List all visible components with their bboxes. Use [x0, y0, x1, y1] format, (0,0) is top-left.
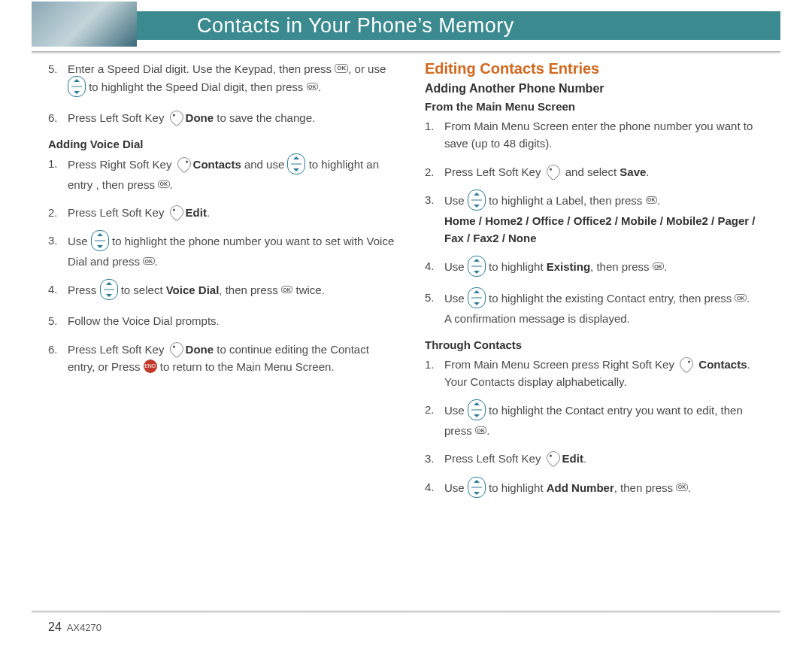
nav-icon: [68, 76, 86, 97]
list-item: Use to highlight a Label, then press OK.…: [425, 191, 773, 247]
list-item: Use to highlight the existing Contact en…: [425, 289, 773, 327]
nav-icon: [468, 256, 486, 277]
right-column: Editing Contacts Entries Adding Another …: [425, 60, 773, 510]
ok-icon: OK: [158, 180, 170, 188]
header-rule: [32, 51, 780, 54]
list-item: Use to highlight Add Number, then press …: [425, 478, 773, 499]
left-softkey-icon: [544, 449, 562, 468]
nav-icon: [468, 190, 486, 211]
left-softkey-icon: [167, 202, 186, 221]
right-softkey-icon: [677, 354, 695, 373]
left-softkey-icon: [544, 162, 562, 180]
header-bar: Contacts in Your Phone’s Memory: [32, 0, 780, 51]
list-item: Press Left Soft Key Edit.: [48, 204, 396, 221]
heading-voice-dial: Adding Voice Dial: [48, 138, 396, 150]
list-item: Use to highlight the Contact entry you w…: [425, 401, 773, 439]
ok-icon: OK: [335, 64, 348, 73]
page-footer: 24 AX4270: [48, 620, 102, 634]
model-label: AX4270: [67, 622, 102, 633]
heading-another: Adding Another Phone Number: [425, 82, 773, 96]
footer-rule: [32, 611, 780, 613]
from-main-steps: From Main Menu Screen enter the phone nu…: [425, 117, 773, 328]
list-item: Follow the Voice Dial prompts.: [48, 312, 396, 329]
left-column: Enter a Speed Dial digit. Use the Keypad…: [48, 60, 396, 510]
left-softkey-icon: [167, 339, 186, 358]
list-item: From Main Menu Screen enter the phone nu…: [425, 117, 773, 153]
nav-icon: [468, 399, 486, 420]
nav-icon: [100, 279, 118, 300]
ok-icon: OK: [281, 286, 293, 293]
ok-icon: OK: [143, 257, 155, 265]
through-contacts-steps: From Main Menu Screen press Right Soft K…: [425, 356, 773, 499]
list-item: Press Left Soft Key Done to save the cha…: [48, 109, 396, 126]
list-item: Enter a Speed Dial digit. Use the Keypad…: [48, 60, 396, 99]
list-item: Press Left Soft Key Edit.: [425, 450, 773, 467]
nav-icon: [468, 287, 486, 308]
heading-through-contacts: Through Contacts: [425, 338, 773, 351]
ok-icon: OK: [653, 262, 665, 270]
page-title: Contacts in Your Phone’s Memory: [137, 11, 780, 40]
nav-icon: [91, 230, 109, 251]
ok-icon: OK: [646, 196, 658, 204]
list-item: Press Left Soft Key Done to continue edi…: [48, 341, 396, 376]
heading-from-main: From the Main Menu Screen: [425, 100, 773, 113]
ok-icon: OK: [735, 294, 747, 302]
voice-dial-steps: Press Right Soft Key Contacts and use to…: [48, 155, 396, 376]
ok-icon: OK: [475, 426, 487, 434]
page-number: 24: [48, 620, 62, 633]
list-item: From Main Menu Screen press Right Soft K…: [425, 356, 773, 391]
list-item: Use to highlight Existing, then press OK…: [425, 257, 773, 278]
heading-editing: Editing Contacts Entries: [425, 60, 773, 77]
right-softkey-icon: [174, 154, 193, 173]
header-photo: [32, 2, 137, 47]
nav-icon: [287, 153, 305, 174]
list-item: Use to highlight the phone number you wa…: [48, 232, 396, 270]
end-key-icon: END: [144, 359, 157, 373]
list-item: Press Right Soft Key Contacts and use to…: [48, 155, 396, 193]
left-softkey-icon: [167, 108, 186, 127]
ok-icon: OK: [307, 83, 319, 90]
list-item: Press Left Soft Key and select Save.: [425, 163, 773, 180]
list-item: Press to select Voice Dial, then press O…: [48, 281, 396, 302]
ok-icon: OK: [676, 484, 688, 491]
nav-icon: [468, 477, 486, 498]
speed-dial-steps: Enter a Speed Dial digit. Use the Keypad…: [48, 60, 396, 127]
